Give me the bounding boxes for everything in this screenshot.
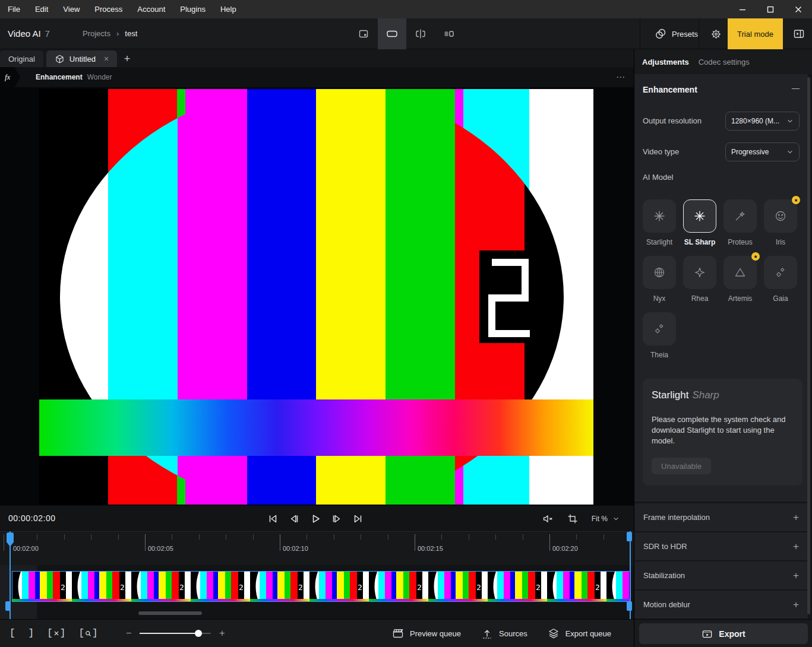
settings-panel: Adjustments Codec settings Enhancement —…	[634, 49, 812, 647]
maximize-icon[interactable]	[756, 0, 784, 18]
export-queue-button[interactable]: Export queue	[548, 627, 611, 639]
menu-help[interactable]: Help	[220, 5, 236, 14]
preview-queue-button[interactable]: Preview queue	[392, 627, 461, 639]
filmstrip-clip[interactable]: 2	[12, 571, 630, 602]
zoom-to-selection-button[interactable]: []	[78, 628, 97, 639]
collapse-section-icon[interactable]: —	[792, 84, 800, 93]
filter-name: Enhancement	[36, 73, 83, 81]
timeline-zoom-slider[interactable]	[140, 633, 211, 634]
model-artemis[interactable]: ★ Artemis	[723, 256, 757, 303]
playback-right-controls: Fit %	[542, 513, 620, 525]
skip-to-start-icon[interactable]	[267, 513, 279, 525]
sources-button[interactable]: Sources	[481, 627, 527, 639]
plus-icon[interactable]: +	[793, 512, 799, 524]
slider-knob[interactable]	[195, 630, 202, 637]
plus-icon[interactable]: +	[793, 541, 799, 553]
set-out-point-button[interactable]: ]	[29, 628, 34, 639]
model-starlight[interactable]: Starlight	[643, 199, 676, 246]
new-tab-button[interactable]: +	[117, 50, 137, 67]
panel-footer: Export	[634, 619, 812, 647]
tab-codec-settings[interactable]: Codec settings	[699, 58, 750, 66]
ruler-tick-label: 00:02:10	[283, 545, 308, 552]
model-gaia[interactable]: Gaia	[764, 256, 797, 303]
trim-in-handle[interactable]	[5, 601, 11, 611]
full-frame-view-icon[interactable]	[349, 18, 378, 49]
set-in-point-button[interactable]: [	[10, 628, 15, 639]
model-proteus[interactable]: Proteus	[723, 199, 757, 246]
menubar: File Edit View Process Account Plugins H…	[0, 0, 812, 18]
presets-button[interactable]: Presets	[647, 18, 705, 49]
previous-frame-icon[interactable]	[288, 513, 300, 525]
menu-file[interactable]: File	[8, 5, 20, 14]
queue-buttons: Preview queue Sources Export queue	[392, 620, 611, 647]
crop-icon[interactable]	[567, 513, 579, 525]
panel-scrollbar[interactable]	[807, 77, 810, 614]
video-type-dropdown[interactable]: Progressive	[725, 142, 800, 161]
model-nyx[interactable]: Nyx	[643, 256, 676, 303]
trim-out-handle-bottom[interactable]	[627, 601, 632, 611]
tab-adjustments[interactable]: Adjustments	[642, 58, 689, 66]
menu-process[interactable]: Process	[94, 5, 122, 14]
side-by-side-view-icon[interactable]	[435, 18, 463, 49]
view-mode-group	[349, 18, 463, 49]
video-preview-area	[0, 87, 634, 505]
app-logo: Video AI7	[8, 28, 50, 39]
tab-close-icon[interactable]: ×	[104, 54, 109, 64]
settings-button[interactable]	[704, 18, 727, 49]
unavailable-button[interactable]: Unavailable	[652, 458, 711, 474]
tab-original[interactable]: Original	[0, 50, 43, 67]
menu-edit[interactable]: Edit	[35, 5, 48, 14]
menu-account[interactable]: Account	[137, 5, 165, 14]
video-type-label: Video type	[643, 147, 679, 156]
minimize-icon[interactable]	[728, 0, 756, 18]
more-options-icon[interactable]: ⋯	[616, 72, 625, 83]
split-view-icon[interactable]	[406, 18, 435, 49]
chevron-down-icon	[612, 515, 620, 522]
output-resolution-dropdown[interactable]: 1280×960 (M...	[725, 112, 800, 131]
filter-bar: fx Enhancement Wonder ⋯	[0, 67, 634, 87]
section-frame-interpolation[interactable]: Frame interpolation+	[634, 503, 808, 531]
trial-mode-button[interactable]: Trial mode	[728, 18, 783, 49]
breadcrumb-projects[interactable]: Projects	[83, 29, 110, 38]
clear-trim-button[interactable]: []	[47, 628, 65, 639]
presets-icon	[655, 28, 666, 40]
section-sdr-to-hdr[interactable]: SDR to HDR+	[634, 532, 808, 560]
play-icon[interactable]	[309, 513, 321, 525]
skip-to-end-icon[interactable]	[352, 513, 364, 525]
menu-view[interactable]: View	[63, 5, 80, 14]
tab-untitled[interactable]: Untitled ×	[46, 50, 117, 67]
section-title: Enhancement	[643, 85, 697, 94]
timeline-scrollbar[interactable]	[138, 611, 202, 615]
ruler-minor-ticks	[0, 534, 631, 540]
timeline-ruler[interactable]: 00:02:00 00:02:05 00:02:10 00:02:15 00:0…	[0, 531, 634, 565]
menu-plugins[interactable]: Plugins	[180, 5, 206, 14]
panel-tabbar: Adjustments Codec settings	[634, 49, 812, 74]
model-theia[interactable]: Theia	[643, 312, 676, 359]
filter-preset-name: Wonder	[87, 73, 112, 81]
left-pane: Original Untitled × + fx Enhancement Won…	[0, 49, 634, 647]
ruler-tick-label: 00:02:05	[148, 545, 173, 552]
chevron-right-icon: ›	[116, 29, 119, 38]
zoom-fit-dropdown[interactable]: Fit %	[592, 515, 620, 523]
transport-controls	[267, 513, 364, 525]
close-icon[interactable]	[784, 0, 812, 18]
layers-icon	[548, 627, 560, 639]
single-view-icon[interactable]	[378, 18, 406, 49]
trim-out-handle-top[interactable]	[627, 532, 632, 541]
next-frame-icon[interactable]	[331, 513, 343, 525]
model-iris[interactable]: ★ Iris	[764, 199, 797, 246]
section-stabilization[interactable]: Stabilization+	[634, 562, 808, 589]
zoom-in-icon[interactable]: +	[219, 628, 225, 639]
model-rhea[interactable]: Rhea	[683, 256, 716, 303]
plus-icon[interactable]: +	[793, 599, 799, 611]
toggle-panel-button[interactable]	[785, 18, 812, 49]
mute-icon[interactable]	[542, 513, 554, 525]
model-sl-sharp[interactable]: SL Sharp	[683, 199, 716, 246]
zoom-out-icon[interactable]: −	[126, 628, 131, 639]
fx-badge: fx	[0, 67, 20, 87]
ai-model-grid: Starlight SL Sharp Proteus ★ Iris Nyx	[643, 199, 797, 359]
section-motion-deblur[interactable]: Motion deblur+	[634, 591, 808, 619]
ruler-tick	[280, 534, 280, 551]
export-button[interactable]: Export	[639, 623, 808, 644]
plus-icon[interactable]: +	[793, 570, 799, 582]
